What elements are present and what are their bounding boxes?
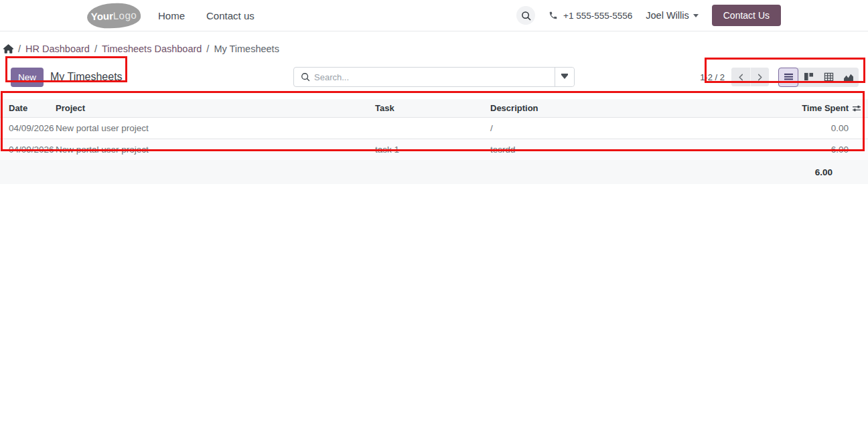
view-switcher-pivot-button[interactable] <box>818 68 839 87</box>
chevron-down-icon <box>561 75 568 79</box>
top-navbar: YourLogo Home Contact us +1 555-555-5556… <box>0 0 868 31</box>
chevron-right-icon <box>756 74 764 81</box>
chevron-left-icon <box>737 74 745 81</box>
cell-date: 04/09/2026 <box>0 139 56 161</box>
logo-text-bold: Your <box>91 10 114 22</box>
search-bar <box>293 67 575 87</box>
cell-project: New portal user project <box>56 139 375 161</box>
pager-previous-button[interactable] <box>731 68 750 86</box>
breadcrumb: / HR Dashboard / Timesheets Dashboard / … <box>0 31 868 61</box>
cell-description: tesrdd <box>490 139 758 161</box>
new-button[interactable]: New <box>11 68 44 87</box>
cell-time-spent: 0.00 <box>758 118 852 139</box>
optional-columns-sliders-icon <box>852 104 868 112</box>
view-switcher <box>778 68 859 87</box>
search-options-toggle[interactable] <box>555 68 574 86</box>
column-header-description[interactable]: Description <box>490 99 758 118</box>
optional-columns-button[interactable] <box>852 99 868 118</box>
table-header-row: Date Project Task Description Time Spent <box>0 99 868 118</box>
search-icon <box>521 11 531 21</box>
pivot-view-icon <box>824 72 834 82</box>
search-input[interactable] <box>310 68 555 86</box>
table-row[interactable]: 04/09/2026 New portal user project task … <box>0 139 868 161</box>
nav-links: Home Contact us <box>158 10 255 21</box>
contact-us-button[interactable]: Contact Us <box>712 5 781 26</box>
column-header-task[interactable]: Task <box>375 99 490 118</box>
user-name: Joel Willis <box>646 10 689 21</box>
control-panel: New My Timesheets 1-2 / 2 <box>0 64 868 90</box>
column-header-project[interactable]: Project <box>56 99 375 118</box>
pager-next-button[interactable] <box>750 68 769 86</box>
phone-number: +1 555-555-5556 <box>563 11 632 21</box>
phone-icon <box>549 11 558 20</box>
cell-date: 04/09/2026 <box>0 118 56 139</box>
phone-contact[interactable]: +1 555-555-5556 <box>549 11 632 21</box>
breadcrumb-my-timesheets: My Timesheets <box>214 43 279 54</box>
table-footer: 6.00 <box>0 160 868 184</box>
cell-description: / <box>490 118 758 139</box>
breadcrumb-separator: / <box>18 43 21 54</box>
table-row[interactable]: 04/09/2026 New portal user project / 0.0… <box>0 118 868 139</box>
cell-time-spent: 6.00 <box>758 139 852 161</box>
list-view-icon <box>784 73 794 82</box>
timesheet-table: Date Project Task Description Time Spent… <box>0 99 868 160</box>
pager: 1-2 / 2 <box>700 68 769 86</box>
view-switcher-kanban-button[interactable] <box>798 68 818 87</box>
column-header-date[interactable]: Date <box>0 99 56 118</box>
search-icon <box>294 68 310 86</box>
navbar-search-button[interactable] <box>516 6 535 25</box>
column-header-time-spent[interactable]: Time Spent <box>758 99 852 118</box>
user-dropdown[interactable]: Joel Willis <box>646 10 698 21</box>
breadcrumb-separator: / <box>206 43 209 54</box>
logo-text-light: Logo <box>113 9 137 21</box>
page-title: My Timesheets <box>50 71 123 83</box>
graph-view-icon <box>843 73 854 82</box>
nav-link-contact-us[interactable]: Contact us <box>206 10 255 21</box>
breadcrumb-hr-dashboard[interactable]: HR Dashboard <box>25 43 90 54</box>
company-logo[interactable]: YourLogo <box>86 2 141 29</box>
cell-task <box>375 118 490 139</box>
breadcrumb-separator: / <box>94 43 97 54</box>
home-icon[interactable] <box>3 44 13 54</box>
kanban-view-icon <box>804 72 814 82</box>
view-switcher-list-button[interactable] <box>778 68 798 87</box>
nav-link-home[interactable]: Home <box>158 10 185 21</box>
time-spent-total: 6.00 <box>0 167 852 177</box>
cell-task: task 1 <box>375 139 490 161</box>
pager-range: 1-2 / 2 <box>700 72 725 82</box>
breadcrumb-timesheets-dashboard[interactable]: Timesheets Dashboard <box>102 43 202 54</box>
cell-project: New portal user project <box>56 118 375 139</box>
view-switcher-graph-button[interactable] <box>839 68 859 87</box>
chevron-down-icon <box>693 14 699 17</box>
